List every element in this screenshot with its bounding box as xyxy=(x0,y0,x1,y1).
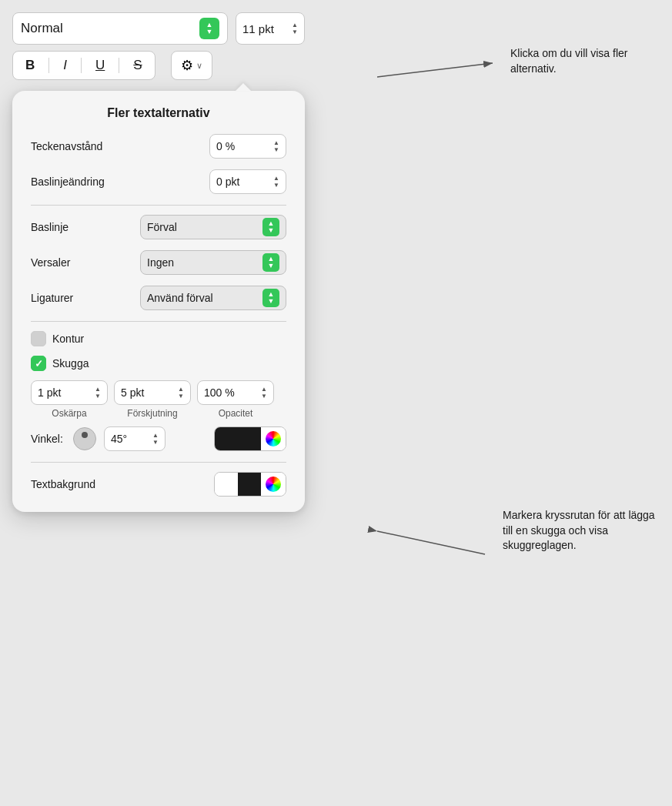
size-down-arrow: ▼ xyxy=(292,29,298,35)
textbg-row: Textbakgrund xyxy=(31,472,286,497)
oskarpa-label: Oskärpa xyxy=(52,408,86,419)
size-stepper[interactable]: 11 pkt ▲ ▼ xyxy=(236,12,305,45)
ligaturer-dropdown[interactable]: Använd förval ▲ ▼ xyxy=(140,286,286,310)
teckenavstand-up: ▲ xyxy=(273,140,279,146)
textbg-label: Textbakgrund xyxy=(31,478,95,490)
ligaturer-stepper[interactable]: ▲ ▼ xyxy=(262,289,279,307)
size-mini-stepper[interactable]: ▲ ▼ xyxy=(292,22,298,35)
teckenavstand-down: ▼ xyxy=(273,147,279,153)
color-wheel-icon xyxy=(266,431,281,446)
toolbar-row-1: Normal ▲ ▼ 11 pkt ▲ ▼ xyxy=(12,12,459,45)
style-stepper[interactable]: ▲ ▼ xyxy=(199,18,219,39)
shadow-annotation-text: Markera kryssrutan för att lägga till en… xyxy=(503,509,655,551)
angle-mini-stepper[interactable]: ▲ ▼ xyxy=(152,433,159,446)
panel-row-ligaturer: Ligaturer Använd förval ▲ ▼ xyxy=(31,286,286,310)
popup-panel: Fler textalternativ Teckenavstånd 0 % ▲ … xyxy=(12,91,305,512)
kontur-row: Kontur xyxy=(31,331,286,346)
italic-button[interactable]: I xyxy=(60,56,70,75)
textbg-swatch-half xyxy=(238,473,261,496)
skugga-label: Skugga xyxy=(52,357,89,370)
gear-annotation: Klicka om du vill visa fler alternativ. xyxy=(510,46,649,76)
svg-line-1 xyxy=(377,531,485,554)
versaler-label: Versaler xyxy=(31,256,70,269)
teckenavstand-stepper[interactable]: 0 % ▲ ▼ xyxy=(209,134,286,159)
textbg-color-wheel-button[interactable] xyxy=(261,473,286,496)
teckenavstand-label: Teckenavstånd xyxy=(31,140,102,152)
strikethrough-button[interactable]: S xyxy=(130,56,145,75)
chevron-down-icon: ∨ xyxy=(196,61,202,71)
oskarpa-stepper[interactable]: 1 pkt ▲ ▼ xyxy=(31,380,108,405)
baslinjendring-value: 0 pkt xyxy=(216,176,239,188)
ligaturer-value: Använd förval xyxy=(147,292,213,304)
forskjutning-mini-stepper[interactable]: ▲ ▼ xyxy=(178,386,184,400)
versaler-value: Ingen xyxy=(147,256,174,269)
gear-button[interactable]: ⚙ ∨ xyxy=(171,51,212,80)
angle-label: Vinkel: xyxy=(31,433,65,445)
style-stepper-down: ▼ xyxy=(206,28,213,35)
forskjutning-stepper[interactable]: 5 pkt ▲ ▼ xyxy=(114,380,191,405)
angle-dot xyxy=(82,432,88,438)
oskarpa-value: 1 pkt xyxy=(38,386,61,399)
divider-3 xyxy=(31,462,286,463)
versaler-down: ▼ xyxy=(268,263,275,269)
bold-button[interactable]: B xyxy=(22,56,38,75)
baslinjendring-mini-stepper[interactable]: ▲ ▼ xyxy=(273,176,279,189)
angle-stepper[interactable]: 45° ▲ ▼ xyxy=(104,426,165,451)
versaler-stepper[interactable]: ▲ ▼ xyxy=(262,253,279,272)
angle-value: 45° xyxy=(111,433,127,445)
format-bar: B I U S xyxy=(12,51,155,80)
kontur-checkbox[interactable] xyxy=(31,331,46,346)
baslinje-down: ▼ xyxy=(268,227,275,234)
opacitet-mini-stepper[interactable]: ▲ ▼ xyxy=(261,386,267,400)
angle-dial[interactable] xyxy=(73,427,96,450)
baslinjendring-down: ▼ xyxy=(273,182,279,189)
oskarpa-mini-stepper[interactable]: ▲ ▼ xyxy=(95,386,101,400)
shadow-annotation: Markera kryssrutan för att lägga till en… xyxy=(503,508,657,553)
separator-1 xyxy=(48,58,49,73)
ligaturer-label: Ligaturer xyxy=(31,292,73,304)
gear-annotation-text: Klicka om du vill visa fler alternativ. xyxy=(510,46,649,76)
shadow-controls-row: 1 pkt ▲ ▼ Oskärpa 5 pkt ▲ ▼ Förskj xyxy=(31,380,286,419)
angle-row: Vinkel: 45° ▲ ▼ xyxy=(31,426,286,451)
baslinje-label: Baslinje xyxy=(31,221,69,233)
toolbar-row-2: B I U S ⚙ ∨ xyxy=(12,51,459,80)
textbg-swatch-container[interactable] xyxy=(214,472,286,497)
angle-up: ▲ xyxy=(152,433,159,439)
oskarpa-down: ▼ xyxy=(95,393,101,400)
baslinjendring-stepper[interactable]: 0 pkt ▲ ▼ xyxy=(209,169,286,194)
shadow-item-forskjutning: 5 pkt ▲ ▼ Förskjutning xyxy=(114,380,191,419)
oskarpa-up: ▲ xyxy=(95,386,101,393)
angle-down: ▼ xyxy=(152,440,159,446)
ligaturer-down: ▼ xyxy=(268,298,275,305)
opacitet-stepper[interactable]: 100 % ▲ ▼ xyxy=(197,380,274,405)
separator-2 xyxy=(81,58,82,73)
shadow-item-oskarpa: 1 pkt ▲ ▼ Oskärpa xyxy=(31,380,108,419)
underline-button[interactable]: U xyxy=(92,56,108,75)
forskjutning-up: ▲ xyxy=(178,386,184,393)
style-select[interactable]: Normal ▲ ▼ xyxy=(12,12,228,45)
baslinjendring-up: ▲ xyxy=(273,176,279,182)
textbg-color-wheel-icon xyxy=(266,477,281,492)
panel-row-baslinjendring: Baslinjeändring 0 pkt ▲ ▼ xyxy=(31,169,286,194)
textbg-swatch xyxy=(215,473,261,496)
forskjutning-label: Förskjutning xyxy=(127,408,177,419)
baslinje-value: Förval xyxy=(147,221,177,233)
baslinje-dropdown[interactable]: Förval ▲ ▼ xyxy=(140,215,286,239)
style-select-text: Normal xyxy=(21,21,63,36)
size-text: 11 pkt xyxy=(242,22,274,35)
panel-row-baslinje: Baslinje Förval ▲ ▼ xyxy=(31,215,286,239)
shadow-color-black xyxy=(215,427,261,450)
opacitet-down: ▼ xyxy=(261,393,267,400)
divider-2 xyxy=(31,321,286,322)
versaler-dropdown[interactable]: Ingen ▲ ▼ xyxy=(140,250,286,275)
baslinje-stepper[interactable]: ▲ ▼ xyxy=(262,218,279,236)
kontur-label: Kontur xyxy=(52,333,84,345)
shadow-color-swatch[interactable] xyxy=(214,426,286,451)
gear-icon: ⚙ xyxy=(181,57,193,74)
main-container: Normal ▲ ▼ 11 pkt ▲ ▼ B I U S ⚙ ∨ xyxy=(12,12,459,512)
skugga-row: ✓ Skugga xyxy=(31,356,286,371)
shadow-color-wheel-button[interactable] xyxy=(261,427,286,450)
size-up-arrow: ▲ xyxy=(292,22,298,28)
skugga-checkbox[interactable]: ✓ xyxy=(31,356,46,371)
teckenavstand-mini-stepper[interactable]: ▲ ▼ xyxy=(273,140,279,153)
